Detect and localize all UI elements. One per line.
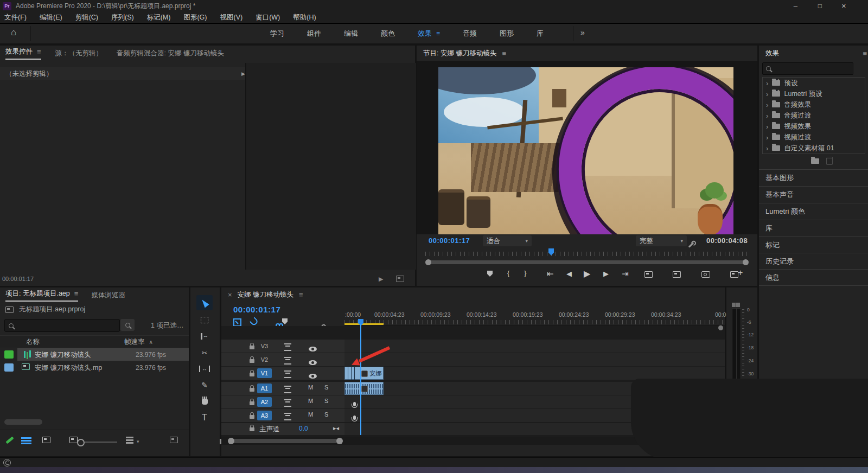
panel-essential-graphics[interactable]: 基本图形: [759, 169, 868, 186]
minimize-button[interactable]: –: [794, 2, 797, 10]
close-button[interactable]: ✕: [841, 3, 846, 10]
chevron-right-icon[interactable]: ›: [766, 112, 768, 120]
workspace-overflow-icon[interactable]: »: [580, 28, 585, 37]
effects-tree-item-video-effects[interactable]: › 视频效果: [763, 121, 865, 132]
solo-track-button[interactable]: S: [324, 411, 328, 418]
column-name[interactable]: 名称: [26, 337, 40, 347]
mute-track-button[interactable]: M: [308, 384, 313, 391]
menu-file[interactable]: 文件(F): [4, 13, 27, 22]
track-badge-v1[interactable]: V1: [257, 368, 272, 378]
tab-learning[interactable]: 学习: [270, 29, 284, 39]
project-search-input[interactable]: [4, 319, 120, 332]
track-badge-a1[interactable]: A1: [257, 383, 272, 393]
extract-icon[interactable]: [673, 271, 681, 278]
menu-view[interactable]: 视图(V): [220, 13, 242, 22]
tab-menu-icon[interactable]: ≡: [436, 30, 440, 37]
automate-to-sequence-icon[interactable]: [170, 437, 178, 443]
panel-menu-icon[interactable]: ≡: [863, 49, 867, 57]
lock-icon[interactable]: [250, 427, 254, 431]
solo-track-button[interactable]: S: [324, 384, 328, 391]
menu-help[interactable]: 帮助(H): [293, 13, 316, 22]
label-color-blue[interactable]: [4, 363, 14, 372]
keyframe-nav-icon[interactable]: ▸◂: [333, 425, 339, 432]
play-button-icon[interactable]: ▶: [584, 269, 590, 279]
tab-color[interactable]: 颜色: [381, 29, 395, 39]
search-bin-button[interactable]: [120, 319, 135, 331]
effects-tree-item-video-transitions[interactable]: › 视频过渡: [763, 132, 865, 143]
panel-menu-icon[interactable]: ≡: [502, 49, 506, 57]
maximize-button[interactable]: □: [818, 2, 822, 10]
panel-lumetri-color[interactable]: Lumetri 颜色: [759, 203, 868, 220]
project-row-media[interactable]: 安娜 镰刀移动镜头.mp 23.976 fps: [0, 361, 189, 374]
slip-tool[interactable]: ↔: [196, 362, 213, 375]
scrollbar-handle-right[interactable]: [336, 438, 343, 444]
timeline-tab[interactable]: 安娜 镰刀移动镜头: [238, 290, 293, 299]
chevron-right-icon[interactable]: ›: [766, 79, 768, 87]
tab-graphics[interactable]: 图形: [500, 29, 514, 39]
insert-nest-icon[interactable]: [233, 318, 241, 327]
menu-graphics[interactable]: 图形(G): [183, 13, 207, 22]
sync-lock-icon[interactable]: [284, 413, 291, 420]
panel-markers[interactable]: 标记: [759, 237, 868, 253]
menu-marker[interactable]: 标记(M): [147, 13, 171, 22]
sort-ascending-icon[interactable]: ∧: [149, 339, 153, 345]
tab-editing[interactable]: 编辑: [344, 29, 358, 39]
item-name[interactable]: 安娜 镰刀移动镜头: [35, 350, 91, 360]
timeline-timecode[interactable]: 00:00:01:17: [233, 305, 280, 314]
new-custom-bin-icon[interactable]: [811, 158, 819, 164]
sync-lock-icon[interactable]: [284, 370, 291, 378]
master-level-value[interactable]: 0.0: [299, 425, 308, 432]
tab-effect-controls[interactable]: 效果控件≡: [5, 47, 41, 60]
hand-tool[interactable]: [196, 395, 213, 408]
work-area-bar[interactable]: [344, 323, 384, 325]
menu-clip[interactable]: 剪辑(C): [75, 13, 98, 22]
program-zoom-scrollbar[interactable]: [425, 259, 749, 265]
voiceover-record-icon[interactable]: [353, 402, 356, 406]
mute-track-button[interactable]: M: [308, 398, 313, 404]
creative-cloud-icon[interactable]: [3, 459, 11, 466]
icon-view-icon[interactable]: [42, 437, 50, 443]
effects-tree-item-audio-transitions[interactable]: › 音频过渡: [763, 110, 865, 121]
track-badge-v2[interactable]: V2: [257, 355, 272, 365]
effects-tree-item-custom-bin[interactable]: › 自定义素材箱 01: [763, 143, 865, 154]
lock-icon[interactable]: [250, 388, 254, 392]
panel-libraries[interactable]: 库: [759, 220, 868, 237]
razor-tool[interactable]: ✂: [196, 346, 213, 359]
chevron-right-icon[interactable]: ›: [766, 144, 768, 152]
track-badge-a2[interactable]: A2: [257, 397, 272, 407]
effects-panel-title[interactable]: 效果: [765, 49, 779, 58]
tab-project[interactable]: 项目: 无标题项目.aep≡: [5, 289, 78, 302]
list-view-icon[interactable]: [24, 437, 31, 439]
expand-arrow-icon[interactable]: ▶: [241, 71, 245, 76]
chevron-right-icon[interactable]: ›: [766, 101, 768, 109]
export-frame-icon[interactable]: [701, 271, 710, 278]
ripple-edit-tool[interactable]: [196, 330, 213, 343]
tab-audio-clip-mixer[interactable]: 音频剪辑混合器: 安娜 镰刀移动镜头: [117, 49, 224, 58]
goto-out-icon[interactable]: ⇥: [622, 269, 629, 279]
export-frame-icon[interactable]: [396, 276, 404, 282]
sort-caret-icon[interactable]: ▾: [137, 439, 139, 444]
writable-pencil-icon[interactable]: [5, 436, 14, 444]
zoom-level-dropdown[interactable]: 适合▾: [483, 235, 532, 246]
horizontal-scrollbar[interactable]: [4, 419, 42, 425]
audio-clip[interactable]: [344, 382, 384, 395]
mute-track-button[interactable]: M: [308, 411, 313, 418]
sync-lock-icon[interactable]: [284, 386, 291, 393]
panel-essential-sound[interactable]: 基本声音: [759, 186, 868, 203]
menu-window[interactable]: 窗口(W): [256, 13, 280, 22]
project-row-sequence[interactable]: 安娜 镰刀移动镜头 23.976 fps: [0, 348, 189, 361]
add-marker-icon[interactable]: [487, 271, 493, 277]
pen-tool[interactable]: ✎: [196, 379, 213, 392]
track-select-forward-tool[interactable]: [196, 314, 213, 327]
step-back-icon[interactable]: ◀: [566, 270, 572, 278]
menu-sequence[interactable]: 序列(S): [111, 13, 134, 22]
chevron-right-icon[interactable]: ›: [766, 133, 768, 142]
timeline-vscrollbar-handle[interactable]: [718, 325, 723, 330]
lock-icon[interactable]: [250, 373, 254, 376]
step-forward-icon[interactable]: ▶: [603, 270, 609, 278]
snap-magnet-icon[interactable]: [250, 317, 259, 327]
voiceover-record-icon[interactable]: [353, 416, 356, 420]
panel-menu-icon[interactable]: ≡: [37, 48, 41, 56]
scrollbar-handle-right[interactable]: [743, 259, 749, 265]
delete-custom-item-icon[interactable]: [826, 157, 833, 165]
